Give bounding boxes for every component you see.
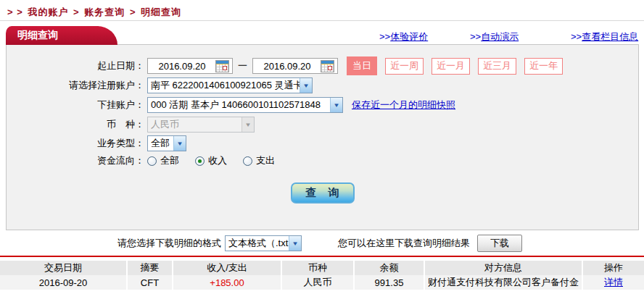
chevron-down-icon [289,236,301,251]
chevron-down-icon [300,78,312,93]
download-hint: 您可以在这里下载查询明细结果 [338,237,470,250]
breadcrumb-separator: > [130,7,136,17]
registered-account-select[interactable]: 南平 6222001406100921065 灵通卡 [147,77,313,93]
tab-label: 明细查询 [17,29,58,42]
fund-flow-label: 资金流向： [7,154,147,167]
currency-label: 币 种： [7,118,147,131]
fund-flow-option-expense[interactable]: 支出 [243,154,275,167]
start-date-input[interactable] [149,61,215,72]
registered-account-value: 南平 6222001406100921065 灵通卡 [151,79,300,92]
link-auto-demo[interactable]: >>自动演示 [470,30,519,43]
header-counterparty: 对方信息 [424,261,582,275]
download-format-label: 请您选择下载明细的格式 [117,237,221,250]
cell-currency: 人民币 [281,275,354,290]
link-label: 自动演示 [481,31,519,42]
cell-amount: +185.00 [173,275,281,290]
cell-trade-date: 2016-09-20 [0,275,127,290]
date-range-label: 起止日期： [7,59,147,72]
registered-account-row: 请选择注册账户： 南平 6222001406100921065 灵通卡 [7,77,638,93]
calendar-icon[interactable] [215,60,229,72]
link-arrow-prefix: >> [571,31,582,42]
header-trade-date: 交易日期 [0,261,127,275]
business-type-row: 业务类型： 全部 [7,135,638,151]
business-type-value: 全部 [151,137,173,150]
link-label: 体验评价 [390,31,428,42]
fund-flow-option-income-label: 收入 [208,154,227,167]
cell-action: 详情 [582,275,644,290]
quick-range-today-button[interactable]: 当日 [347,56,377,75]
header-income-expense: 收入/支出 [173,261,281,275]
quick-range-3months-button[interactable]: 近三月 [478,58,516,75]
registered-account-label: 请选择注册账户： [7,79,147,92]
detail-query-page: > > 我的账户 > 账务查询 > 明细查询 明细查询 >>体验评价 >>自动演… [0,0,644,294]
link-view-column-info[interactable]: >>查看栏目信息 [571,30,638,43]
save-snapshot-link[interactable]: 保存近一个月的明细快照 [352,98,455,112]
calendar-icon[interactable] [321,60,334,72]
header-summary: 摘要 [127,261,173,275]
tab-detail-query[interactable]: 明细查询 [6,26,99,45]
detail-link[interactable]: 详情 [604,277,623,287]
fund-flow-option-all[interactable]: 全部 [147,154,179,167]
query-form-panel: 起止日期： 一 当日 近一周 近一月 近三月 近一年 请选择注册账户： 南平 [6,44,639,230]
fund-flow-row: 资金流向： 全部 收入 支出 [7,154,638,167]
date-range-row: 起止日期： 一 当日 近一周 近一月 近三月 近一年 [7,56,638,75]
quick-range-month-button[interactable]: 近一月 [432,58,470,75]
header-action: 操作 [582,261,644,275]
currency-value: 人民币 [151,118,242,131]
quick-range-year-button[interactable]: 近一年 [524,58,563,75]
end-date-box [252,58,338,74]
chevron-down-icon [242,117,254,132]
currency-row: 币 种： 人民币 [7,117,638,133]
fund-flow-option-expense-label: 支出 [256,154,275,167]
table-top-divider [0,256,644,257]
header-balance: 余额 [354,261,424,275]
cell-balance: 991.35 [354,275,424,290]
sub-account-row: 下挂账户： 000 活期 基本户 1406600101102571848 保存近… [7,97,638,113]
sub-account-value: 000 活期 基本户 1406600101102571848 [151,98,330,112]
date-range-dash: 一 [238,59,247,72]
breadcrumb: > > 我的账户 > 账务查询 > 明细查询 [7,6,183,19]
business-type-label: 业务类型： [7,137,147,150]
chevron-down-icon [330,98,342,112]
table-header-row: 交易日期 摘要 收入/支出 币种 余额 对方信息 操作 [0,261,644,275]
business-type-select[interactable]: 全部 [147,135,186,151]
fund-flow-option-income[interactable]: 收入 [195,154,227,167]
sub-account-select[interactable]: 000 活期 基本户 1406600101102571848 [147,97,343,113]
breadcrumb-item-account-query[interactable]: 账务查询 [84,7,125,17]
query-button[interactable]: 查 询 [291,182,355,203]
download-button[interactable]: 下载 [477,235,522,252]
breadcrumb-prefix: > > [7,7,23,17]
quick-range-buttons: 当日 近一周 近一月 近三月 近一年 [347,56,571,75]
chevron-down-icon [173,136,186,151]
cell-summary: CFT [127,275,173,290]
cell-counterparty: 财付通支付科技有限公司客户备付金 [424,275,582,290]
link-experience-rating[interactable]: >>体验评价 [379,30,428,43]
quick-range-week-button[interactable]: 近一周 [385,58,424,75]
query-button-row: 查 询 [7,182,638,203]
link-arrow-prefix: >> [470,31,481,42]
breadcrumb-divider [0,20,644,21]
end-date-input[interactable] [254,61,321,72]
breadcrumb-item-my-account[interactable]: 我的账户 [28,7,68,17]
header-currency: 币种 [281,261,354,275]
radio-icon[interactable] [195,156,205,166]
radio-icon[interactable] [147,156,157,166]
breadcrumb-item-detail-query: 明细查询 [141,7,181,17]
results-table: 交易日期 摘要 收入/支出 币种 余额 对方信息 操作 2016-09-20 C… [0,261,644,290]
download-row: 请您选择下载明细的格式 文本格式（.txt） 您可以在这里下载查询明细结果 下载 [0,234,644,253]
radio-icon[interactable] [243,156,252,166]
table-row: 2016-09-20 CFT +185.00 人民币 991.35 财付通支付科… [0,275,644,290]
sub-account-label: 下挂账户： [7,98,147,112]
fund-flow-option-all-label: 全部 [160,154,179,167]
breadcrumb-separator: > [73,7,80,17]
download-format-select[interactable]: 文本格式（.txt） [225,235,302,251]
start-date-box [147,58,233,74]
download-format-value: 文本格式（.txt） [228,237,289,250]
link-label: 查看栏目信息 [582,31,638,42]
currency-select: 人民币 [147,117,255,133]
link-arrow-prefix: >> [379,31,390,42]
